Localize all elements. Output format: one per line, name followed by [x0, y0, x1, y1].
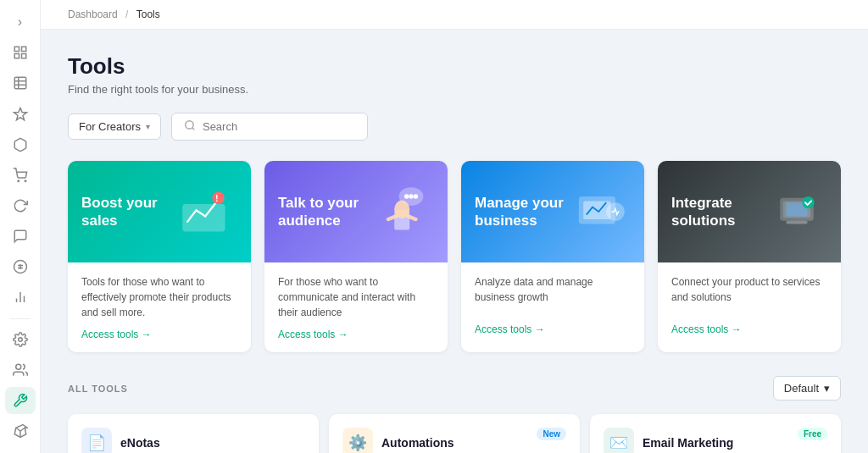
filter-label: For Creators	[79, 120, 141, 133]
svg-point-9	[18, 180, 19, 182]
category-body-boost: Tools for those who want to effectively …	[68, 262, 251, 352]
page-subtitle: Find the right tools for your business.	[68, 83, 841, 96]
page-title: Tools	[68, 53, 841, 80]
tool-icon: ✉️	[604, 428, 634, 453]
category-title-integrate: Integrate solutions	[671, 194, 765, 230]
svg-rect-4	[14, 78, 26, 90]
sidebar-divider	[10, 318, 31, 319]
svg-point-16	[18, 337, 22, 341]
svg-point-27	[414, 194, 418, 198]
breadcrumb-dashboard[interactable]: Dashboard	[68, 8, 118, 20]
tool-card: ✉️ Email Marketing Free Send bulk emails…	[590, 414, 841, 453]
category-card-integrate: Integrate solutions Connect your product…	[658, 161, 841, 352]
access-link-boost[interactable]: Access tools →	[81, 329, 237, 340]
category-banner-boost: Boost your sales !	[68, 161, 251, 262]
access-link-integrate[interactable]: Access tools →	[671, 323, 827, 335]
tool-card-header: 📄 eNotas	[81, 428, 305, 453]
sidebar-item-tools[interactable]	[5, 387, 36, 414]
tool-icon: 📄	[81, 428, 112, 453]
svg-point-10	[25, 180, 26, 182]
category-illustration-integrate	[766, 181, 827, 242]
svg-line-20	[192, 128, 195, 130]
svg-point-19	[186, 121, 193, 129]
svg-point-34	[606, 202, 625, 221]
svg-rect-3	[21, 54, 25, 58]
access-link-talk[interactable]: Access tools →	[278, 329, 434, 340]
sort-label: Default	[784, 382, 819, 395]
category-illustration-talk	[373, 181, 434, 242]
tool-icon: ⚙️	[342, 428, 373, 453]
tool-card-left: 📄 eNotas	[81, 428, 160, 453]
category-banner-integrate: Integrate solutions	[658, 161, 841, 262]
sidebar-item-dollar[interactable]	[5, 253, 36, 280]
sidebar-item-cart[interactable]	[5, 162, 36, 189]
svg-point-22	[212, 192, 224, 204]
svg-rect-39	[786, 221, 807, 224]
search-input[interactable]	[203, 120, 355, 133]
category-banner-manage: Manage your business	[461, 161, 644, 262]
filter-row: For Creators ▾	[68, 113, 841, 141]
category-title-manage: Manage your business	[475, 194, 568, 230]
svg-marker-8	[14, 108, 26, 119]
filter-select[interactable]: For Creators ▾	[68, 113, 161, 140]
sidebar-item-people[interactable]	[5, 356, 36, 384]
sidebar-item-chat[interactable]	[5, 223, 36, 250]
category-card-boost: Boost your sales ! Tools for those who w…	[68, 161, 251, 352]
svg-rect-21	[182, 204, 225, 231]
sort-select[interactable]: Default ▾	[773, 376, 841, 401]
tool-card-left: ⚙️ Automations	[342, 428, 454, 453]
sort-chevron-icon: ▾	[824, 382, 830, 395]
sidebar-item-settings[interactable]	[5, 325, 36, 352]
sidebar-item-box[interactable]	[5, 131, 36, 158]
svg-point-38	[802, 196, 814, 208]
category-desc-talk: For those who want to communicate and in…	[278, 274, 434, 320]
chevron-down-icon: ▾	[146, 122, 150, 131]
tool-card-header: ✉️ Email Marketing Free	[604, 428, 827, 453]
sidebar-item-grid[interactable]	[5, 69, 36, 97]
svg-point-25	[404, 194, 409, 198]
content-area: Tools Find the right tools for your busi…	[41, 30, 868, 453]
category-body-manage: Analyze data and manage business growth …	[461, 262, 644, 347]
category-grid: Boost your sales ! Tools for those who w…	[68, 161, 841, 352]
sidebar-item-sparkle[interactable]	[5, 100, 36, 127]
svg-text:!: !	[215, 193, 219, 203]
category-illustration-manage	[570, 181, 631, 242]
svg-rect-0	[14, 47, 19, 51]
tools-grid: 📄 eNotas Issue invoices automatically fo…	[68, 414, 841, 453]
category-desc-manage: Analyze data and manage business growth	[475, 274, 631, 315]
svg-rect-2	[14, 54, 19, 58]
category-desc-boost: Tools for those who want to effectively …	[81, 274, 237, 320]
tool-name: Automations	[381, 436, 454, 450]
tool-name: Email Marketing	[643, 436, 733, 450]
search-box	[171, 113, 368, 141]
sidebar-item-chart[interactable]	[5, 284, 36, 311]
tool-card-left: ✉️ Email Marketing	[604, 428, 733, 453]
breadcrumb: Dashboard / Tools	[41, 0, 868, 30]
category-card-manage: Manage your business Analyze data and ma…	[461, 161, 644, 352]
category-card-talk: Talk to your audience For those who want…	[264, 161, 448, 352]
sidebar-toggle[interactable]: ›	[5, 8, 36, 36]
category-title-talk: Talk to your audience	[278, 194, 371, 230]
svg-point-26	[409, 194, 413, 198]
category-illustration-boost: !	[176, 181, 237, 242]
access-link-manage[interactable]: Access tools →	[475, 323, 631, 335]
category-desc-integrate: Connect your product to services and sol…	[671, 274, 827, 315]
section-label: ALL TOOLS	[68, 384, 128, 394]
sidebar-item-refresh[interactable]	[5, 192, 36, 219]
sidebar-item-home[interactable]	[5, 39, 36, 66]
category-body-talk: For those who want to communicate and in…	[264, 262, 448, 352]
sidebar: ›	[0, 0, 41, 453]
tool-badge: Free	[798, 428, 827, 440]
tool-card: 📄 eNotas Issue invoices automatically fo…	[68, 414, 319, 453]
tool-badge: New	[537, 428, 566, 440]
tool-card-header: ⚙️ Automations New	[342, 428, 566, 453]
tool-name: eNotas	[120, 436, 160, 450]
search-icon	[184, 119, 196, 134]
breadcrumb-current: Tools	[136, 8, 160, 20]
tool-card: ⚙️ Automations New Organize and automate…	[329, 414, 580, 453]
svg-point-17	[15, 364, 20, 369]
breadcrumb-separator: /	[125, 8, 128, 20]
category-banner-talk: Talk to your audience	[264, 161, 448, 262]
sidebar-item-camera[interactable]	[5, 417, 36, 445]
category-title-boost: Boost your sales	[81, 194, 175, 230]
